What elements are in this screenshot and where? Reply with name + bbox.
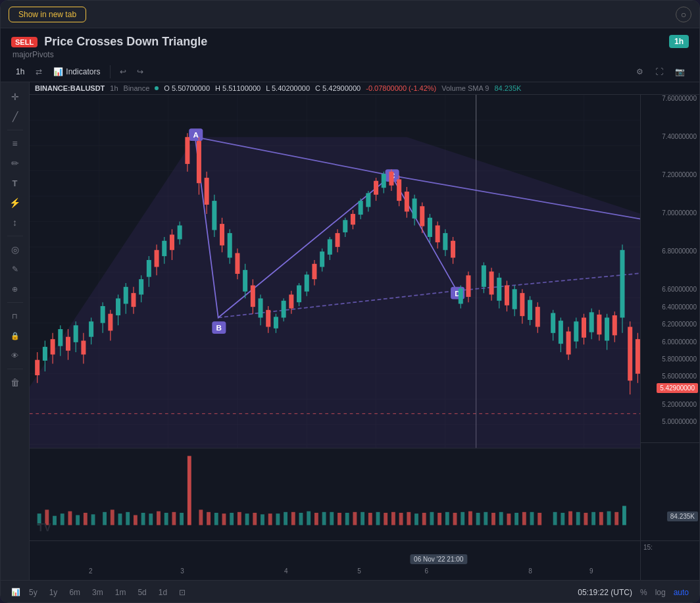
text-tool[interactable]: T bbox=[5, 174, 26, 192]
trading-pair: BINANCE:BALUSDT bbox=[35, 84, 105, 92]
price-range-tool[interactable]: ↕ bbox=[5, 213, 26, 232]
svg-rect-260 bbox=[484, 512, 488, 525]
timeframe-button[interactable]: 1h bbox=[11, 65, 29, 78]
chart-svg-container[interactable]: A B C D bbox=[30, 95, 699, 540]
svg-rect-258 bbox=[468, 511, 472, 525]
svg-rect-233 bbox=[276, 513, 280, 525]
svg-rect-182 bbox=[612, 315, 617, 335]
tool-separator-1 bbox=[7, 130, 23, 130]
svg-rect-56 bbox=[108, 314, 113, 331]
trend-line-tool[interactable]: ╱ bbox=[5, 107, 26, 126]
svg-rect-164 bbox=[536, 307, 540, 327]
horizontal-line-tool[interactable]: ≡ bbox=[5, 134, 26, 153]
svg-rect-100 bbox=[282, 301, 286, 318]
settings-button[interactable]: ⚙ bbox=[632, 65, 647, 79]
svg-rect-277 bbox=[622, 506, 626, 525]
svg-rect-142 bbox=[443, 233, 447, 250]
indicators-button[interactable]: 📊 Indicators bbox=[49, 65, 105, 78]
svg-rect-276 bbox=[614, 512, 618, 525]
svg-rect-234 bbox=[284, 512, 288, 525]
price-level-3: 7.20000000 bbox=[662, 171, 697, 178]
svg-rect-238 bbox=[314, 513, 318, 525]
svg-rect-265 bbox=[522, 512, 526, 525]
redo-button[interactable]: ↪ bbox=[133, 65, 147, 79]
undo-button[interactable]: ↩ bbox=[116, 65, 130, 79]
svg-rect-106 bbox=[305, 275, 309, 292]
magnet-tool[interactable]: ⊓ bbox=[5, 307, 26, 325]
svg-rect-118 bbox=[351, 214, 355, 224]
svg-rect-174 bbox=[582, 318, 586, 338]
measure-tool[interactable]: ⚡ bbox=[5, 194, 26, 212]
fullscreen-button[interactable]: ⛶ bbox=[651, 65, 667, 79]
close-icon: ○ bbox=[681, 9, 686, 20]
svg-rect-264 bbox=[514, 513, 518, 525]
svg-rect-266 bbox=[530, 512, 534, 525]
camera-button[interactable]: 📷 bbox=[671, 65, 689, 79]
svg-rect-240 bbox=[330, 512, 334, 525]
svg-rect-68 bbox=[155, 250, 159, 267]
time-label-4: 4 bbox=[284, 567, 288, 575]
svg-rect-160 bbox=[520, 293, 524, 316]
svg-rect-274 bbox=[599, 512, 603, 525]
main-container: Show in new tab ○ SELL Price Crosses Dow… bbox=[0, 0, 700, 603]
auto-label: auto bbox=[674, 588, 689, 597]
period-replay[interactable]: ⊡ bbox=[176, 587, 189, 598]
crosshair-tool[interactable]: ✛ bbox=[5, 88, 26, 106]
svg-rect-62 bbox=[131, 293, 136, 307]
period-3m[interactable]: 3m bbox=[89, 587, 107, 598]
brush-tool[interactable]: ✏ bbox=[5, 154, 26, 172]
watermark-logo: 📊 bbox=[11, 588, 20, 596]
period-5d[interactable]: 5d bbox=[134, 587, 149, 598]
zoom-tool[interactable]: ⊕ bbox=[5, 280, 26, 298]
period-1m[interactable]: 1m bbox=[112, 587, 130, 598]
period-1d[interactable]: 1d bbox=[155, 587, 170, 598]
bottom-right-axis: 15: bbox=[640, 541, 699, 580]
fullscreen-icon: ⛶ bbox=[655, 67, 663, 76]
price-level-4: 7.00000000 bbox=[662, 209, 697, 217]
svg-rect-186 bbox=[628, 327, 632, 381]
svg-rect-80 bbox=[205, 178, 209, 205]
svg-rect-230 bbox=[253, 513, 257, 525]
lock-tool[interactable]: 🔒 bbox=[5, 327, 26, 345]
svg-rect-136 bbox=[420, 206, 424, 226]
svg-rect-50 bbox=[81, 341, 86, 355]
price-level-1: 7.60000000 bbox=[662, 95, 697, 102]
svg-rect-66 bbox=[147, 260, 151, 277]
eye-tool[interactable]: 👁 bbox=[5, 346, 26, 365]
svg-rect-88 bbox=[235, 253, 239, 274]
svg-rect-225 bbox=[214, 513, 218, 525]
svg-rect-242 bbox=[345, 513, 349, 525]
exchange-label: Binance bbox=[124, 84, 150, 92]
svg-rect-223 bbox=[199, 510, 203, 525]
svg-rect-269 bbox=[561, 513, 564, 525]
compare-button[interactable]: ⇄ bbox=[32, 65, 46, 79]
svg-rect-244 bbox=[361, 512, 364, 525]
period-6m[interactable]: 6m bbox=[66, 587, 84, 598]
period-1y[interactable]: 1y bbox=[46, 587, 61, 598]
svg-rect-74 bbox=[178, 225, 182, 239]
svg-rect-152 bbox=[489, 271, 494, 294]
svg-rect-256 bbox=[453, 513, 457, 525]
live-dot bbox=[155, 86, 159, 90]
close-button[interactable]: ○ bbox=[676, 7, 691, 22]
svg-rect-255 bbox=[445, 512, 449, 525]
svg-rect-208 bbox=[76, 515, 80, 525]
pencil-tool[interactable]: ✎ bbox=[5, 260, 26, 278]
svg-rect-38 bbox=[35, 360, 39, 375]
svg-rect-46 bbox=[66, 337, 70, 351]
current-vol-label: 84.235K bbox=[667, 511, 698, 521]
period-5y[interactable]: 5y bbox=[26, 587, 41, 598]
time-label-2: 2 bbox=[89, 567, 93, 575]
svg-rect-140 bbox=[436, 225, 440, 242]
svg-rect-90 bbox=[243, 270, 247, 292]
price-level-5: 6.80000000 bbox=[662, 248, 697, 255]
svg-rect-273 bbox=[591, 512, 595, 525]
svg-rect-271 bbox=[576, 512, 580, 525]
svg-rect-211 bbox=[103, 512, 107, 525]
show-in-new-tab-button[interactable]: Show in new tab bbox=[9, 7, 86, 22]
trash-tool[interactable]: 🗑 bbox=[5, 373, 26, 392]
time-label-highlight: 06 Nov '22 21:00 bbox=[410, 554, 467, 564]
price-change: -0.07800000 (-1.42%) bbox=[366, 84, 436, 92]
circle-tool[interactable]: ◎ bbox=[5, 240, 26, 259]
svg-rect-48 bbox=[74, 325, 78, 342]
